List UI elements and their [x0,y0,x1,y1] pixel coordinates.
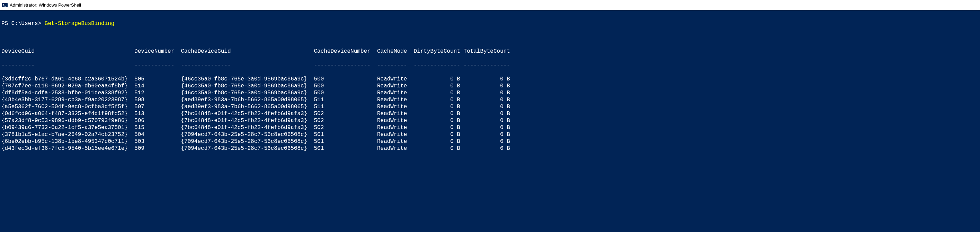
cell-deviceguid: {3781b1a5-e1ac-b7ae-2649-02a74cb23752} [2,131,131,138]
cell-cachedeviceguid: {46cc35a0-fb8c-765e-3a0d-9569bac86a9c} [181,90,310,96]
header-deviceguid: DeviceGuid [2,48,131,55]
cell-totalbytecount: 0 B [464,124,510,131]
cell-cachemode: ReadWrite [377,110,410,117]
table-row: {6be02ebb-b95c-138b-1be8-495347c0c711} 5… [2,138,978,145]
table-header-row: DeviceGuid DeviceNumber CacheDeviceGuid … [2,48,978,55]
cell-cachedeviceguid: {7094ecd7-043b-25e5-28c7-56c8ec06508c} [181,138,310,145]
header-cachemode: CacheMode [377,48,410,55]
table-row: {3781b1a5-e1ac-b7ae-2649-02a74cb23752} 5… [2,131,978,138]
prompt-line: PS C:\Users> Get-StorageBusBinding [2,20,978,27]
cell-dirtybytecount: 0 B [414,110,460,117]
cell-cachedevicenumber: 502 [314,124,374,131]
cell-cachemode: ReadWrite [377,117,410,124]
cell-cachemode: ReadWrite [377,145,410,152]
svg-rect-0 [2,3,8,7]
cell-cachemode: ReadWrite [377,83,410,90]
dash-cachedeviceguid: --------------- [181,62,310,69]
dash-cachedevicenumber: ----------------- [314,62,374,69]
cell-deviceguid: {57a23df8-9c53-9896-ddb9-c570793f9e86} [2,117,131,124]
table-row: {d43fec3d-ef36-7fc5-9540-5b15ee4e671e} 5… [2,145,978,152]
table-row: {b09439a6-7732-6a22-1cf5-a37e5ea37501} 5… [2,124,978,131]
cell-dirtybytecount: 0 B [414,117,460,124]
cell-totalbytecount: 0 B [464,145,510,152]
cell-cachemode: ReadWrite [377,90,410,96]
cell-deviceguid: {a5e5362f-7602-504f-9ec8-0cfba3df5f5f} [2,103,131,110]
cell-dirtybytecount: 0 B [414,103,460,110]
cell-cachedevicenumber: 501 [314,138,374,145]
cell-cachemode: ReadWrite [377,124,410,131]
terminal-output[interactable]: PS C:\Users> Get-StorageBusBinding Devic… [0,10,980,162]
cell-devicenumber: 504 [134,131,178,138]
header-totalbytecount: TotalByteCount [464,48,510,55]
cell-deviceguid: {b09439a6-7732-6a22-1cf5-a37e5ea37501} [2,124,131,131]
cell-dirtybytecount: 0 B [414,83,460,90]
cell-deviceguid: {48b4e3bb-3177-6289-cb3a-f9ac20223987} [2,96,131,103]
prompt-prefix: PS C:\Users> [2,21,45,27]
header-cachedevicenumber: CacheDeviceNumber [314,48,374,55]
cell-cachedevicenumber: 500 [314,90,374,96]
cell-cachedevicenumber: 500 [314,83,374,90]
cell-cachedevicenumber: 511 [314,96,374,103]
dash-dirtybytecount: -------------- [414,62,460,69]
cell-devicenumber: 509 [134,145,178,152]
header-cachedeviceguid: CacheDeviceGuid [181,48,310,55]
table-row: {707cf7ee-c118-6692-029a-db60eaa4f8bf} 5… [2,83,978,90]
table-dash-row: ---------- ------------ --------------- … [2,62,978,69]
cell-devicenumber: 514 [134,83,178,90]
cell-cachedeviceguid: {aed89ef3-983a-7b6b-5662-865a00d98065} [181,96,310,103]
table-row: {3ddcff2c-b767-da61-4e68-c2a36071524b} 5… [2,75,978,83]
blank-line [2,34,978,41]
table-row: {df8df5a4-cdfa-2533-bfbe-011dea338f92} 5… [2,90,978,96]
table-row: {0d6fcd96-a064-f487-3325-ef4d1f98fc52} 5… [2,110,978,117]
cell-cachedeviceguid: {7094ecd7-043b-25e5-28c7-56c8ec06508c} [181,145,310,152]
cell-cachedeviceguid: {aed89ef3-983a-7b6b-5662-865a00d98065} [181,103,310,110]
cell-cachemode: ReadWrite [377,103,410,110]
cell-devicenumber: 507 [134,103,178,110]
cell-dirtybytecount: 0 B [414,96,460,103]
cell-deviceguid: {3ddcff2c-b767-da61-4e68-c2a36071524b} [2,75,131,83]
cell-devicenumber: 505 [134,75,178,83]
command-text: Get-StorageBusBinding [45,21,115,27]
cell-devicenumber: 503 [134,138,178,145]
cell-totalbytecount: 0 B [464,75,510,83]
cell-totalbytecount: 0 B [464,138,510,145]
cell-cachedeviceguid: {7094ecd7-043b-25e5-28c7-56c8ec06508c} [181,131,310,138]
cell-dirtybytecount: 0 B [414,90,460,96]
cell-cachemode: ReadWrite [377,131,410,138]
table-row: {57a23df8-9c53-9896-ddb9-c570793f9e86} 5… [2,117,978,124]
cell-deviceguid: {df8df5a4-cdfa-2533-bfbe-011dea338f92} [2,90,131,96]
cell-cachedevicenumber: 511 [314,103,374,110]
cell-cachemode: ReadWrite [377,96,410,103]
cell-cachedeviceguid: {7bc64848-e01f-42c5-fb22-4fefb6d9afa3} [181,117,310,124]
cell-totalbytecount: 0 B [464,110,510,117]
cell-cachedevicenumber: 500 [314,75,374,83]
dash-cachemode: --------- [377,62,410,69]
window-titlebar[interactable]: Administrator: Windows PowerShell [0,0,980,10]
cell-totalbytecount: 0 B [464,83,510,90]
dash-deviceguid: ---------- [2,62,131,69]
cell-cachedevicenumber: 501 [314,145,374,152]
cell-cachedevicenumber: 501 [314,131,374,138]
cell-totalbytecount: 0 B [464,131,510,138]
window-title: Administrator: Windows PowerShell [10,2,81,8]
cell-totalbytecount: 0 B [464,103,510,110]
dash-totalbytecount: -------------- [464,62,510,69]
cell-cachedeviceguid: {7bc64848-e01f-42c5-fb22-4fefb6d9afa3} [181,124,310,131]
cell-cachemode: ReadWrite [377,75,410,83]
cell-cachedeviceguid: {7bc64848-e01f-42c5-fb22-4fefb6d9afa3} [181,110,310,117]
header-dirtybytecount: DirtyByteCount [414,48,460,55]
cell-dirtybytecount: 0 B [414,131,460,138]
cell-dirtybytecount: 0 B [414,145,460,152]
cell-devicenumber: 506 [134,117,178,124]
table-row: {a5e5362f-7602-504f-9ec8-0cfba3df5f5f} 5… [2,103,978,110]
powershell-icon [2,2,8,8]
cell-deviceguid: {d43fec3d-ef36-7fc5-9540-5b15ee4e671e} [2,145,131,152]
cell-cachedeviceguid: {46cc35a0-fb8c-765e-3a0d-9569bac86a9c} [181,75,310,83]
cell-dirtybytecount: 0 B [414,75,460,83]
cell-totalbytecount: 0 B [464,117,510,124]
cell-devicenumber: 515 [134,124,178,131]
cell-deviceguid: {6be02ebb-b95c-138b-1be8-495347c0c711} [2,138,131,145]
table-row: {48b4e3bb-3177-6289-cb3a-f9ac20223987} 5… [2,96,978,103]
cell-totalbytecount: 0 B [464,96,510,103]
cell-totalbytecount: 0 B [464,90,510,96]
